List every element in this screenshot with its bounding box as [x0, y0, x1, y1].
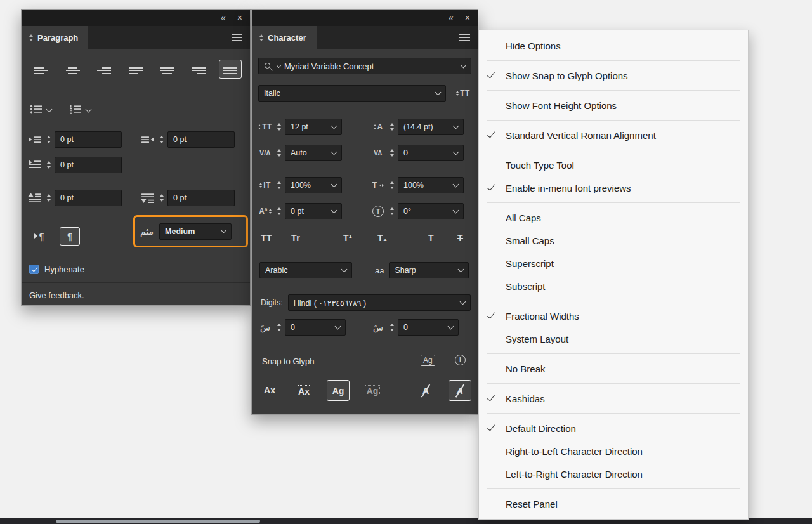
- character-rotation-dropdown[interactable]: 0°: [398, 203, 464, 219]
- kashida-after-field[interactable]: 0: [398, 319, 459, 336]
- menu-item-reset-panel[interactable]: Reset Panel: [479, 492, 748, 515]
- tab-paragraph[interactable]: Paragraph: [22, 26, 88, 49]
- kashida-before-field[interactable]: 0: [285, 319, 346, 336]
- space-after-field[interactable]: 0 pt: [167, 190, 235, 206]
- digits-dropdown[interactable]: Hindi ( ٠١٢٣٤٥٦٧٨٩ ): [288, 294, 471, 311]
- kerning-dropdown[interactable]: Auto: [285, 145, 342, 161]
- tab-character[interactable]: Character: [252, 26, 317, 49]
- left-indent-stepper[interactable]: [47, 136, 51, 143]
- menu-item-left-to-right-character-direction[interactable]: Left-to-Right Character Direction: [479, 462, 748, 485]
- menu-item-kashidas[interactable]: Kashidas: [479, 387, 748, 410]
- paragraph-panel-menu-icon[interactable]: [232, 34, 242, 41]
- menu-item-no-break[interactable]: No Break: [479, 357, 748, 380]
- baseline-shift-icon: Aª: [257, 207, 273, 216]
- menu-item-system-layout[interactable]: System Layout: [479, 327, 748, 350]
- collapse-panels-icon[interactable]: «: [449, 13, 454, 22]
- align-center-button[interactable]: [62, 60, 84, 79]
- menu-item-small-caps[interactable]: Small Caps: [479, 229, 748, 252]
- snap-italic-angle-button[interactable]: A: [449, 380, 471, 401]
- first-line-indent-stepper[interactable]: [47, 161, 51, 169]
- font-size-stepper[interactable]: [277, 123, 281, 131]
- vertical-scale-dropdown[interactable]: 100%: [285, 177, 342, 193]
- menu-separator: [487, 60, 740, 61]
- menu-item-hide-options[interactable]: Hide Options: [479, 34, 748, 57]
- menu-item-enable-in-menu-font-previews[interactable]: Enable in-menu font previews: [479, 176, 748, 199]
- close-panel-icon[interactable]: ×: [237, 13, 242, 22]
- baseline-shift-glyph: Aª: [259, 207, 268, 216]
- kashida-after-stepper[interactable]: [390, 324, 394, 331]
- character-panel-menu-icon[interactable]: [459, 34, 470, 41]
- tracking-dropdown[interactable]: 0: [398, 145, 464, 161]
- snap-baseline-button[interactable]: Ax: [258, 380, 281, 401]
- align-left-button[interactable]: [30, 60, 53, 79]
- superscript-button[interactable]: T¹: [343, 233, 352, 243]
- menu-item-touch-type-tool[interactable]: Touch Type Tool: [479, 154, 748, 176]
- list-controls-row: [30, 102, 250, 119]
- leading-dropdown[interactable]: (14.4 pt): [398, 119, 464, 135]
- snap-angle-guides-button[interactable]: A: [414, 380, 437, 401]
- numbered-list-button[interactable]: [69, 104, 91, 117]
- space-before-field[interactable]: 0 pt: [55, 190, 122, 206]
- character-rotation-stepper[interactable]: [390, 207, 394, 215]
- leading-stepper[interactable]: [390, 123, 394, 131]
- first-line-indent-value: 0 pt: [60, 160, 74, 169]
- close-panel-icon[interactable]: ×: [465, 13, 470, 22]
- horizontal-scale-value: 100%: [403, 181, 424, 190]
- baseline-shift-stepper[interactable]: [277, 207, 281, 215]
- hyphenate-checkbox[interactable]: [29, 265, 39, 274]
- give-feedback-link[interactable]: Give feedback.: [29, 291, 84, 300]
- language-dropdown[interactable]: Arabic: [259, 262, 352, 278]
- font-size-dropdown[interactable]: 12 pt: [285, 119, 342, 135]
- menu-item-default-direction[interactable]: Default Direction: [479, 417, 748, 440]
- menu-item-show-font-height-options[interactable]: Show Font Height Options: [479, 94, 748, 117]
- anti-aliasing-dropdown[interactable]: Sharp: [389, 262, 469, 278]
- right-indent-stepper[interactable]: [160, 136, 164, 143]
- check-spacer: [479, 440, 503, 462]
- justify-last-right-button[interactable]: [187, 60, 210, 79]
- snap-glyph-bounds-button[interactable]: Ag: [327, 380, 350, 401]
- tracking-stepper[interactable]: [390, 149, 394, 157]
- align-right-button[interactable]: [93, 60, 115, 79]
- underline-button[interactable]: T: [428, 233, 434, 243]
- justify-all-button[interactable]: [219, 60, 242, 79]
- kerning-stepper[interactable]: [277, 149, 281, 157]
- menu-item-label: Show Font Height Options: [506, 100, 617, 111]
- baseline-shift-dropdown[interactable]: 0 pt: [285, 203, 342, 219]
- all-caps-button[interactable]: TT: [261, 233, 272, 243]
- menu-item-standard-vertical-roman-alignment[interactable]: Standard Vertical Roman Alignment: [479, 124, 748, 147]
- menu-item-right-to-left-character-direction[interactable]: Right-to-Left Character Direction: [479, 440, 748, 462]
- chevron-down-icon: [453, 207, 459, 213]
- menu-item-fractional-widths[interactable]: Fractional Widths: [479, 305, 748, 327]
- info-glyph: i: [459, 357, 461, 364]
- space-before-stepper[interactable]: [47, 194, 51, 202]
- strikethrough-button[interactable]: T: [457, 233, 463, 243]
- font-height-options-icon[interactable]: TT: [455, 89, 471, 98]
- chevron-down-icon: [331, 181, 337, 187]
- horizontal-scale-stepper[interactable]: [390, 181, 394, 189]
- subscript-button[interactable]: T₁: [377, 233, 387, 243]
- vertical-scale-stepper[interactable]: [277, 181, 281, 189]
- menu-item-superscript[interactable]: Superscript: [479, 252, 748, 275]
- justification-dropdown[interactable]: Medium: [159, 223, 232, 240]
- snap-xheight-button[interactable]: Ax: [292, 380, 315, 401]
- justify-last-left-button[interactable]: [124, 60, 147, 79]
- left-indent-field[interactable]: 0 pt: [55, 131, 122, 148]
- info-icon[interactable]: i: [455, 355, 466, 365]
- menu-item-subscript[interactable]: Subscript: [479, 275, 748, 298]
- rtl-paragraph-direction-button[interactable]: ¶: [60, 227, 80, 246]
- collapse-panels-icon[interactable]: «: [221, 13, 226, 22]
- kashida-before-stepper[interactable]: [277, 324, 281, 331]
- right-indent-field[interactable]: 0 pt: [167, 131, 235, 148]
- justify-last-center-button[interactable]: [156, 60, 179, 79]
- menu-item-show-snap-to-glyph-options[interactable]: Show Snap to Glyph Options: [479, 64, 748, 87]
- font-family-dropdown[interactable]: Myriad Variable Concept: [258, 58, 471, 74]
- menu-item-all-caps[interactable]: All Caps: [479, 206, 748, 229]
- font-style-dropdown[interactable]: Italic: [258, 85, 446, 102]
- ltr-paragraph-direction-button[interactable]: ¶: [29, 227, 49, 246]
- snap-glyph-bounds-alt-button[interactable]: Ag: [361, 380, 384, 401]
- first-line-indent-field[interactable]: 0 pt: [55, 157, 122, 173]
- horizontal-scale-dropdown[interactable]: 100%: [398, 177, 464, 193]
- small-caps-button[interactable]: Tr: [291, 233, 300, 243]
- bullet-list-button[interactable]: [30, 104, 51, 117]
- space-after-stepper[interactable]: [160, 194, 164, 202]
